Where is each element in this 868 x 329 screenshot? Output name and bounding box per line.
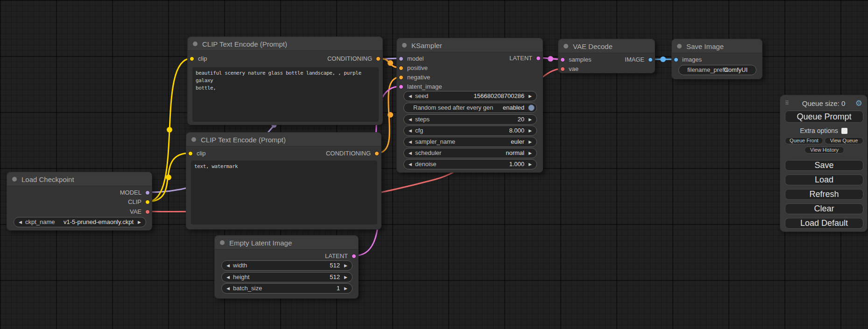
image-output-port[interactable] [648, 57, 653, 62]
queue-prompt-button[interactable]: Queue Prompt [785, 111, 863, 123]
save-button[interactable]: Save [785, 160, 863, 171]
decrement-arrow-icon[interactable]: ◀ [409, 160, 412, 169]
samples-input-port[interactable] [560, 57, 565, 62]
node-empty-latent-image[interactable]: Empty Latent Image LATENT ◀ width 512 ▶ … [214, 235, 359, 299]
increment-arrow-icon[interactable]: ▶ [344, 284, 347, 293]
collapse-dot-icon[interactable] [402, 43, 407, 48]
node-ksampler[interactable]: KSampler LATENT model positive negative … [396, 38, 543, 173]
widget-label: batch_size [233, 284, 262, 293]
collapse-dot-icon[interactable] [220, 240, 225, 245]
toggle-dot-icon[interactable] [528, 105, 535, 111]
increment-arrow-icon[interactable]: ▶ [529, 160, 532, 169]
link-midpoint-dot [388, 112, 393, 118]
conditioning-output-port[interactable] [374, 151, 379, 156]
decrement-arrow-icon[interactable]: ◀ [226, 284, 230, 293]
widget-label: scheduler [415, 148, 441, 158]
collapse-dot-icon[interactable] [193, 42, 198, 46]
clip-input-port[interactable] [190, 56, 194, 61]
decrement-arrow-icon[interactable]: ◀ [409, 91, 412, 101]
clip-output-port[interactable] [145, 200, 150, 204]
cfg-widget[interactable]: ◀ cfg 8.000 ▶ [403, 126, 537, 136]
decrement-arrow-icon[interactable]: ◀ [409, 126, 412, 135]
collapse-dot-icon[interactable] [12, 177, 17, 182]
images-input-port[interactable] [674, 57, 678, 62]
increment-arrow-icon[interactable]: ▶ [529, 126, 532, 135]
output-label-conditioning: CONDITIONING [326, 150, 371, 157]
increment-arrow-icon[interactable]: ▶ [529, 148, 532, 158]
widget-value: 1 [337, 284, 340, 293]
load-default-button[interactable]: Load Default [785, 218, 863, 229]
latent-output-port[interactable] [352, 254, 356, 259]
model-input-port[interactable] [399, 56, 403, 61]
widget-value: 1.000 [509, 160, 524, 169]
queue-menu-panel: ⠿ Queue size: 0 ⚙ Queue Prompt Extra opt… [780, 95, 868, 232]
decrement-arrow-icon[interactable]: ◀ [226, 261, 230, 270]
node-load-checkpoint[interactable]: Load Checkpoint MODEL CLIP VAE ◀ ckpt_na… [7, 172, 152, 231]
increment-arrow-icon[interactable]: ▶ [344, 261, 347, 270]
steps-widget[interactable]: ◀ steps 20 ▶ [403, 114, 537, 125]
latent-image-input-port[interactable] [399, 84, 403, 89]
decrement-arrow-icon[interactable]: ◀ [409, 115, 412, 124]
increment-arrow-icon[interactable]: ▶ [529, 115, 532, 124]
node-title: CLIP Text Encode (Prompt) [201, 136, 286, 144]
positive-input-port[interactable] [399, 66, 403, 70]
batch-size-widget[interactable]: ◀ batch_size 1 ▶ [221, 283, 353, 294]
widget-value: enabled [503, 103, 524, 112]
node-title-bar[interactable]: Load Checkpoint [7, 172, 152, 186]
settings-gear-icon[interactable]: ⚙ [855, 98, 862, 108]
node-save-image[interactable]: Save Image images filename_prefix ComfyU… [671, 39, 762, 79]
clip-input-port[interactable] [188, 151, 193, 156]
clear-button[interactable]: Clear [785, 203, 863, 214]
node-title-bar[interactable]: CLIP Text Encode (Prompt) [188, 37, 382, 51]
seed-widget[interactable]: ◀ seed 156680208700286 ▶ [403, 91, 537, 101]
collapse-dot-icon[interactable] [564, 44, 568, 49]
ckpt-name-widget[interactable]: ◀ ckpt_name v1-5-pruned-emaonly.ckpt ▶ [14, 217, 146, 227]
width-widget[interactable]: ◀ width 512 ▶ [221, 260, 353, 271]
node-title-bar[interactable]: Save Image [672, 39, 762, 53]
model-output-port[interactable] [145, 190, 150, 195]
refresh-button[interactable]: Refresh [785, 189, 863, 200]
node-clip-text-encode-positive[interactable]: CLIP Text Encode (Prompt) clip CONDITION… [187, 36, 383, 125]
collapse-dot-icon[interactable] [677, 44, 682, 49]
input-label-latent-image: latent_image [407, 83, 442, 91]
prompt-textarea[interactable]: text, watermark [191, 161, 377, 224]
scheduler-widget[interactable]: ◀ scheduler normal ▶ [403, 148, 537, 158]
output-label-latent: LATENT [325, 252, 348, 260]
increment-arrow-icon[interactable]: ▶ [344, 273, 347, 282]
latent-output-port[interactable] [536, 56, 541, 61]
sampler-name-widget[interactable]: ◀ sampler_name euler ▶ [403, 137, 537, 147]
node-title-bar[interactable]: VAE Decode [558, 39, 655, 53]
queue-front-button[interactable]: Queue Front [785, 137, 823, 144]
node-title-bar[interactable]: CLIP Text Encode (Prompt) [186, 133, 381, 147]
filename-prefix-widget[interactable]: filename_prefix ComfyUI [678, 65, 756, 75]
widget-value: 512 [330, 261, 340, 270]
node-graph-canvas[interactable]: Load Checkpoint MODEL CLIP VAE ◀ ckpt_na… [0, 0, 868, 329]
node-vae-decode[interactable]: VAE Decode samples IMAGE vae [558, 39, 655, 73]
height-widget[interactable]: ◀ height 512 ▶ [221, 272, 353, 282]
node-clip-text-encode-negative[interactable]: CLIP Text Encode (Prompt) clip CONDITION… [186, 132, 381, 230]
decrement-arrow-icon[interactable]: ◀ [226, 273, 230, 282]
increment-arrow-icon[interactable]: ▶ [529, 137, 532, 147]
negative-input-port[interactable] [399, 75, 403, 80]
increment-arrow-icon[interactable]: ▶ [138, 217, 141, 227]
view-queue-button[interactable]: View Queue [825, 137, 863, 144]
node-title: CLIP Text Encode (Prompt) [202, 40, 287, 48]
random-seed-widget[interactable]: Random seed after every gen enabled [403, 103, 537, 113]
link-midpoint-dot [166, 175, 171, 180]
conditioning-output-port[interactable] [376, 56, 381, 61]
extra-options-checkbox[interactable] [841, 128, 847, 134]
view-history-button[interactable]: View History [804, 147, 844, 154]
load-button[interactable]: Load [785, 175, 863, 185]
collapse-dot-icon[interactable] [191, 137, 196, 142]
node-title-bar[interactable]: Empty Latent Image [215, 236, 358, 250]
output-label-vae: VAE [130, 208, 141, 216]
vae-output-port[interactable] [145, 210, 150, 214]
decrement-arrow-icon[interactable]: ◀ [409, 148, 412, 158]
denoise-widget[interactable]: ◀ denoise 1.000 ▶ [403, 159, 537, 169]
decrement-arrow-icon[interactable]: ◀ [409, 137, 412, 147]
prompt-textarea[interactable]: beautiful scenery nature glass bottle la… [192, 67, 379, 122]
node-title-bar[interactable]: KSampler [397, 38, 543, 52]
decrement-arrow-icon[interactable]: ◀ [19, 217, 22, 227]
vae-input-port[interactable] [560, 67, 565, 71]
increment-arrow-icon[interactable]: ▶ [529, 91, 532, 101]
